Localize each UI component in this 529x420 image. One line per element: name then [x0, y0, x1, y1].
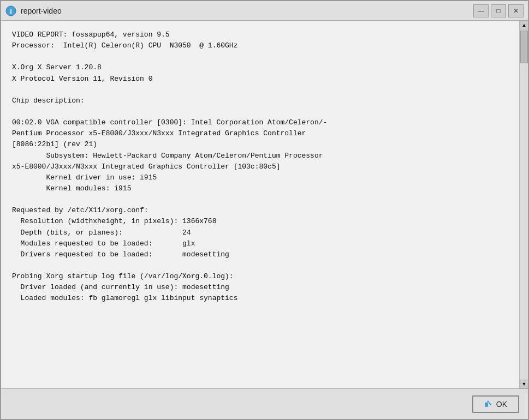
scroll-down-button[interactable]: ▼ — [520, 380, 528, 388]
minimize-button[interactable]: — — [473, 4, 489, 17]
info-icon: i — [5, 5, 16, 16]
main-window: i report-video — □ ✕ VIDEO REPORT: fossa… — [0, 0, 529, 420]
titlebar: i report-video — □ ✕ — [1, 1, 528, 21]
scrollbar-thumb[interactable] — [520, 31, 528, 63]
close-button[interactable]: ✕ — [508, 4, 524, 17]
maximize-button[interactable]: □ — [491, 4, 506, 17]
report-text: VIDEO REPORT: fossapup64, version 9.5 Pr… — [1, 21, 519, 388]
window-controls: — □ ✕ — [473, 4, 524, 17]
content-wrapper: VIDEO REPORT: fossapup64, version 9.5 Pr… — [1, 21, 528, 388]
window-title: report-video — [21, 7, 473, 15]
ok-label: OK — [496, 400, 507, 409]
ok-button[interactable]: OK — [472, 395, 519, 413]
scroll-up-button[interactable]: ▲ — [520, 21, 528, 29]
footer-bar: OK — [1, 388, 528, 419]
ok-icon — [484, 400, 493, 409]
svg-rect-2 — [485, 403, 488, 407]
svg-text:i: i — [10, 7, 12, 15]
scrollbar[interactable]: ▲ ▼ — [519, 21, 528, 388]
